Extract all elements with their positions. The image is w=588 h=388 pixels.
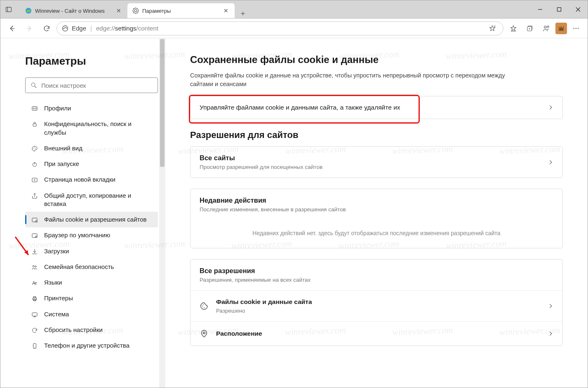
system-icon <box>31 311 38 318</box>
gear-icon <box>132 7 139 14</box>
refresh-button[interactable] <box>39 21 54 36</box>
url-prefix: Edge <box>72 25 86 32</box>
recent-sub: Последние изменения, внесенные в разреше… <box>200 206 346 213</box>
newtab-icon <box>31 176 38 184</box>
tab-winreview[interactable]: Winreview - Сайт о Windows ✕ <box>20 3 127 18</box>
tab-actions-button[interactable] <box>0 0 17 18</box>
nav-newtab[interactable]: Страница новой вкладки <box>25 172 158 187</box>
new-tab-button[interactable]: ＋ <box>235 8 251 18</box>
saved-cookies-heading: Сохраненные файлы cookie и данные <box>190 54 563 65</box>
nav-appearance[interactable]: Внешний вид <box>25 140 158 156</box>
favicon-edge-icon <box>25 7 32 14</box>
profile-icon <box>31 105 38 112</box>
svg-point-21 <box>576 28 576 28</box>
scrollbar-thumb[interactable] <box>160 39 165 167</box>
palette-icon <box>31 145 38 152</box>
site-identity[interactable]: Edge <box>62 25 86 32</box>
manage-cookies-label: Управляйте файлами cookie и данными сайт… <box>200 104 400 111</box>
close-window-button[interactable] <box>569 0 588 18</box>
share-icon <box>31 192 38 200</box>
favorite-star-button[interactable] <box>487 21 498 36</box>
svg-point-53 <box>204 307 205 308</box>
nav-startup[interactable]: При запуске <box>25 156 158 172</box>
close-tab-button[interactable]: ✕ <box>115 7 122 14</box>
settings-main: Сохраненные файлы cookie и данные Сохран… <box>165 38 588 388</box>
svg-point-31 <box>34 147 35 147</box>
perm-cookies-row[interactable]: Файлы cookie и данные сайта Разрешено <box>191 291 562 321</box>
default-browser-icon <box>31 232 38 239</box>
location-icon <box>200 329 209 338</box>
all-perms-title: Все разрешения <box>200 267 310 275</box>
recent-activity-card: Недавние действия Последние изменения, в… <box>190 189 563 248</box>
back-button[interactable] <box>5 21 19 36</box>
svg-rect-39 <box>32 234 37 238</box>
tab-settings[interactable]: Параметры ✕ <box>127 3 235 18</box>
svg-point-40 <box>35 236 37 238</box>
sidebar-scrollbar[interactable] <box>159 38 165 388</box>
svg-point-30 <box>33 148 34 148</box>
lock-icon <box>31 121 38 128</box>
svg-rect-29 <box>33 124 36 126</box>
family-icon <box>31 264 38 271</box>
svg-rect-36 <box>32 218 37 222</box>
maximize-button[interactable] <box>550 0 569 18</box>
nav-printers[interactable]: Принтеры <box>25 290 158 306</box>
recent-empty-msg: Недавних действий нет. здесь будут отобр… <box>191 220 562 248</box>
cookies-icon <box>31 216 38 224</box>
perm-cookies-title: Файлы cookie и данные сайта <box>216 298 540 306</box>
svg-point-17 <box>547 26 549 27</box>
nav-profiles[interactable]: Профили <box>25 101 158 116</box>
window-controls <box>531 0 588 18</box>
nav-reset[interactable]: Сбросить настройки <box>25 322 158 338</box>
svg-rect-0 <box>6 7 12 12</box>
favorites-button[interactable] <box>506 21 521 36</box>
svg-line-24 <box>35 86 36 88</box>
nav-downloads[interactable]: Загрузки <box>25 243 158 259</box>
svg-point-19 <box>562 29 562 30</box>
chevron-right-icon <box>548 159 553 165</box>
menu-button[interactable] <box>569 21 583 36</box>
perm-location-row[interactable]: Расположение <box>191 321 562 346</box>
svg-point-20 <box>574 28 574 28</box>
profile-switch-button[interactable] <box>539 21 554 36</box>
all-sites-card[interactable]: Все сайты Просмотр разрешений для посеще… <box>190 146 563 178</box>
content: Параметры Профили Конфиденциальность, по… <box>0 38 588 388</box>
all-sites-title: Все сайты <box>200 154 322 162</box>
svg-point-52 <box>202 306 203 306</box>
search-icon <box>31 82 37 89</box>
svg-rect-4 <box>557 7 561 11</box>
nav-privacy[interactable]: Конфиденциальность, поиск и службы <box>25 116 158 140</box>
edge-logo-icon <box>62 25 68 32</box>
svg-point-22 <box>578 28 579 28</box>
svg-point-41 <box>33 265 34 267</box>
forward-button[interactable] <box>22 21 37 36</box>
minimize-button[interactable] <box>531 0 550 18</box>
settings-search[interactable] <box>25 77 158 93</box>
nav-family[interactable]: Семейная безопасность <box>25 259 158 275</box>
sidebar-title: Параметры <box>25 55 158 68</box>
nav-default-browser[interactable]: Браузер по умолчанию <box>25 227 158 243</box>
nav-system[interactable]: Система <box>25 306 158 322</box>
profile-avatar[interactable] <box>555 23 567 34</box>
collections-button[interactable] <box>522 21 537 36</box>
search-input[interactable] <box>41 82 153 89</box>
svg-point-54 <box>203 304 204 305</box>
nav-cookies[interactable]: Файлы cookie и разрешения сайтов <box>25 212 158 227</box>
nav-share[interactable]: Общий доступ, копирование и вставка <box>25 188 158 212</box>
svg-rect-43 <box>33 298 36 300</box>
close-tab-button[interactable]: ✕ <box>222 7 230 14</box>
printer-icon <box>31 295 38 302</box>
chevron-right-icon <box>548 105 553 110</box>
svg-rect-46 <box>32 313 37 316</box>
tab-label: Параметры <box>142 8 219 14</box>
manage-cookies-card[interactable]: Управляйте файлами cookie и данными сайт… <box>190 96 563 119</box>
address-bar[interactable]: Edge | edge://settings/content <box>56 21 503 35</box>
all-perms-sub: Разрешения, применяемые на всех сайтах <box>200 277 310 283</box>
svg-point-18 <box>560 29 561 30</box>
toolbar: Edge | edge://settings/content <box>0 19 588 38</box>
titlebar: Winreview - Сайт о Windows ✕ Параметры ✕… <box>0 0 588 19</box>
nav-phone[interactable]: Телефон и другие устройства <box>25 338 158 353</box>
perm-location-title: Расположение <box>216 330 540 337</box>
url-text: edge://settings/content <box>96 25 482 32</box>
nav-languages[interactable]: Языки <box>25 275 158 290</box>
